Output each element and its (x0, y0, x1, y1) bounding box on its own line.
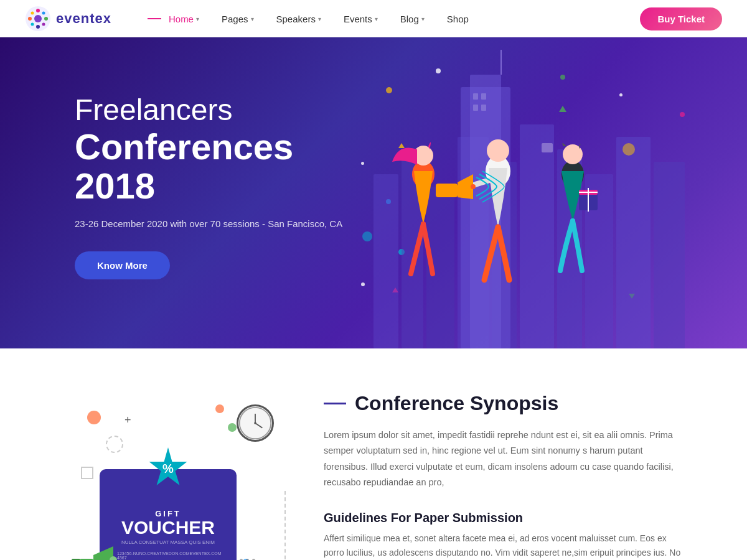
svg-point-33 (471, 184, 476, 189)
nav-links: Home ▾ Pages ▾ Speakers ▾ Events ▾ Blog … (136, 14, 640, 24)
deco-dot-orange (215, 404, 224, 413)
nav-item-events[interactable]: Events ▾ (332, 14, 389, 24)
svg-point-41 (622, 143, 635, 156)
svg-text:%: % (162, 462, 174, 475)
section-title: Conference Synopsis (355, 392, 558, 415)
svg-point-3 (36, 25, 40, 29)
svg-point-1 (34, 15, 42, 22)
hero-illustration (336, 50, 697, 348)
nav-item-shop[interactable]: Shop (436, 14, 480, 24)
svg-rect-40 (542, 143, 553, 152)
nav-blog-label: Blog (400, 14, 419, 24)
svg-rect-19 (654, 162, 685, 348)
chevron-down-icon: ▾ (251, 16, 254, 22)
navbar: eventex Home ▾ Pages ▾ Speakers ▾ Events… (0, 0, 747, 37)
deco-dot-green (228, 423, 237, 432)
svg-point-5 (44, 17, 48, 21)
deco-dot-orange (87, 411, 101, 424)
svg-point-35 (563, 144, 583, 164)
left-illustration: + % (62, 392, 274, 560)
hero-title-light: Freelancers (75, 94, 361, 127)
percent-badge: % (145, 446, 192, 495)
svg-rect-15 (520, 124, 554, 348)
hero-title-bold: Conferences 2018 (75, 127, 361, 207)
voucher-subtitle: NULLA CONSETUAT MASSA QUIS ENIM (117, 539, 219, 545)
logo-text: eventex (56, 11, 111, 27)
svg-rect-23 (481, 93, 486, 100)
logo[interactable]: eventex (25, 6, 111, 32)
svg-point-9 (42, 23, 45, 26)
svg-point-46 (254, 422, 256, 424)
nav-pages-label: Pages (222, 14, 248, 24)
megaphone-icon (68, 541, 125, 560)
svg-point-2 (36, 9, 40, 12)
deco-circle-outline (106, 436, 123, 453)
svg-rect-22 (473, 93, 478, 100)
deco-plus: + (125, 414, 131, 427)
nav-home-label: Home (169, 14, 194, 24)
clock-icon (237, 404, 274, 442)
hero-content: Freelancers Conferences 2018 23-26 Decem… (0, 94, 361, 329)
deco-square (81, 467, 93, 479)
hero-section: Freelancers Conferences 2018 23-26 Decem… (0, 37, 747, 348)
svg-point-42 (362, 231, 372, 241)
know-more-button[interactable]: Know More (75, 251, 170, 279)
voucher-footer-item2: NUNO.CREATIVEDON.COM (133, 551, 190, 560)
nav-item-home[interactable]: Home ▾ (136, 14, 210, 24)
right-content: Conference Synopsis Lorem ipsum dolor si… (324, 392, 685, 560)
nav-events-label: Events (344, 14, 372, 24)
voucher-footer: 123456-4567 NUNO.CREATIVEDON.COM EVENTEX… (117, 551, 219, 560)
synopsis-text: Lorem ipsum dolor sit amet, impedit fast… (324, 427, 685, 491)
svg-rect-31 (436, 184, 458, 197)
svg-point-7 (42, 12, 45, 15)
voucher-footer-item3: EVENTEX.COM (190, 551, 222, 560)
svg-rect-18 (616, 137, 651, 348)
buy-ticket-button[interactable]: Buy Ticket (640, 7, 722, 30)
svg-point-6 (31, 12, 34, 15)
section-title-row: Conference Synopsis (324, 392, 685, 415)
section-title-line (324, 403, 346, 404)
scroll-indicator (284, 429, 286, 560)
svg-rect-25 (481, 105, 486, 111)
guidelines-title: Guidelines For Paper Submission (324, 511, 685, 525)
nav-item-pages[interactable]: Pages ▾ (210, 14, 265, 24)
voucher-title: VOUCHER (117, 518, 219, 537)
nav-shop-label: Shop (447, 14, 469, 24)
guidelines-text: Affert similique mea et, sonet altera fa… (324, 531, 685, 561)
logo-icon (25, 6, 51, 32)
nav-item-speakers[interactable]: Speakers ▾ (265, 14, 332, 24)
svg-point-30 (487, 139, 509, 162)
chevron-down-icon: ▾ (318, 16, 321, 22)
nav-speakers-label: Speakers (276, 14, 316, 24)
svg-rect-10 (374, 174, 398, 348)
hero-subtitle: 23-26 December 2020 with over 70 session… (75, 218, 361, 229)
chevron-down-icon: ▾ (421, 16, 425, 22)
content-section: + % (0, 348, 747, 560)
svg-point-4 (28, 17, 32, 21)
chevron-down-icon: ▾ (196, 16, 199, 22)
chevron-down-icon: ▾ (375, 16, 378, 22)
svg-rect-24 (473, 105, 478, 111)
voucher-container: % GIFT VOUCHER NULLA CONSETUAT MASSA QU (100, 469, 237, 560)
nav-item-blog[interactable]: Blog ▾ (389, 14, 436, 24)
svg-point-8 (31, 23, 34, 26)
